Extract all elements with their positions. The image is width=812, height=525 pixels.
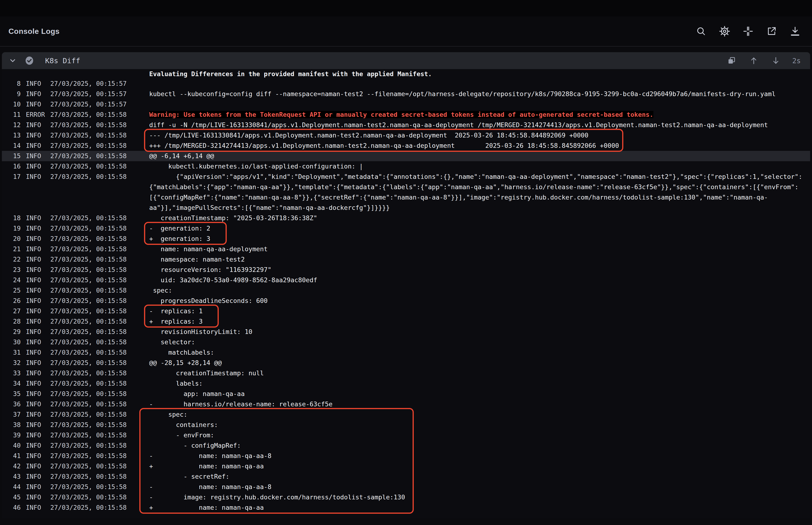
log-row: 21INFO27/03/2025, 00:15:58 name: naman-q…	[2, 244, 810, 254]
log-line-number: 16	[2, 161, 21, 171]
log-output[interactable]: Evaluating Differences in the provided m…	[2, 69, 810, 519]
log-message: name: naman-qa-aa-deployment	[149, 244, 810, 254]
log-timestamp: 27/03/2025, 00:15:58	[50, 420, 149, 430]
settings-gear-icon[interactable]	[719, 26, 730, 37]
log-message: app: naman-qa-aa	[149, 389, 810, 399]
log-timestamp: 27/03/2025, 00:15:58	[50, 378, 149, 389]
log-timestamp: 27/03/2025, 00:15:58	[50, 389, 149, 399]
log-level: INFO	[26, 234, 50, 244]
log-line-number: 45	[2, 492, 21, 502]
log-line-number: 24	[2, 275, 21, 285]
log-level	[26, 182, 50, 192]
log-line-number: 28	[2, 316, 21, 327]
log-line-number: 18	[2, 213, 21, 223]
log-message: containers:	[149, 420, 810, 430]
log-timestamp: 27/03/2025, 00:15:58	[50, 130, 149, 140]
log-timestamp: 27/03/2025, 00:15:58	[50, 502, 149, 513]
log-timestamp: 27/03/2025, 00:15:58	[50, 347, 149, 358]
log-timestamp: 27/03/2025, 00:15:58	[50, 409, 149, 420]
log-message: revisionHistoryLimit: 10	[149, 327, 810, 337]
log-line-number: 22	[2, 254, 21, 265]
log-line-number: 14	[2, 140, 21, 151]
log-line-number: 34	[2, 378, 21, 389]
log-row: 39INFO27/03/2025, 00:15:58 - envFrom:	[2, 430, 810, 440]
chevron-down-icon[interactable]	[8, 56, 17, 65]
log-timestamp: 27/03/2025, 00:15:58	[50, 306, 149, 316]
log-timestamp	[50, 182, 149, 192]
log-timestamp: 27/03/2025, 00:15:58	[50, 120, 149, 130]
log-timestamp: 27/03/2025, 00:15:58	[50, 109, 149, 120]
log-message: + name: naman-qa-aa	[149, 502, 810, 513]
log-line-number: 21	[2, 244, 21, 254]
log-row: 10INFO27/03/2025, 00:15:57	[2, 99, 810, 109]
log-level: INFO	[26, 275, 50, 285]
log-line-number: 46	[2, 502, 21, 513]
log-message: @@ -28,15 +28,14 @@	[149, 358, 810, 368]
log-line-number: 38	[2, 420, 21, 430]
log-message: kubectl --kubeconfig=config diff --names…	[149, 89, 810, 99]
search-icon[interactable]	[695, 26, 707, 37]
log-timestamp: 27/03/2025, 00:15:58	[50, 254, 149, 265]
log-level: INFO	[26, 440, 50, 451]
log-row: Evaluating Differences in the provided m…	[2, 71, 810, 78]
log-timestamp: 27/03/2025, 00:15:58	[50, 171, 149, 182]
log-level: INFO	[26, 378, 50, 389]
log-line-number: 37	[2, 409, 21, 420]
log-line-number: 40	[2, 440, 21, 451]
log-line-number: 41	[2, 451, 21, 461]
log-row: 23INFO27/03/2025, 00:15:58 resourceVersi…	[2, 265, 810, 275]
log-message: matchLabels:	[149, 347, 810, 358]
window-top-strip	[0, 0, 812, 16]
step-header[interactable]: K8s Diff 2s	[2, 52, 810, 69]
download-icon[interactable]	[790, 26, 801, 37]
console-header: Console Logs	[0, 16, 812, 46]
log-line-number: 23	[2, 265, 21, 275]
log-row: 27INFO27/03/2025, 00:15:58- replicas: 1	[2, 306, 810, 316]
log-row: 17INFO27/03/2025, 00:15:58 {"apiVersion"…	[2, 171, 810, 182]
log-row: 13INFO27/03/2025, 00:15:58--- /tmp/LIVE-…	[2, 130, 810, 140]
log-level: INFO	[26, 244, 50, 254]
log-row: 16INFO27/03/2025, 00:15:58 kubectl.kuber…	[2, 161, 810, 171]
log-message: [{"configMapRef":{"name":"naman-qa-aa-8"…	[149, 192, 810, 202]
log-line-number: 33	[2, 368, 21, 378]
log-row: 38INFO27/03/2025, 00:15:58 containers:	[2, 420, 810, 430]
log-level: INFO	[26, 99, 50, 109]
log-line-number: 29	[2, 327, 21, 337]
log-timestamp: 27/03/2025, 00:15:58	[50, 244, 149, 254]
log-timestamp: 27/03/2025, 00:15:58	[50, 296, 149, 306]
log-line-number: 35	[2, 389, 21, 399]
page-title: Console Logs	[9, 27, 60, 36]
copy-icon[interactable]	[726, 55, 737, 66]
log-line-number	[2, 182, 21, 192]
log-level: INFO	[26, 461, 50, 471]
log-message	[149, 99, 810, 109]
log-level: INFO	[26, 78, 50, 89]
log-level: ERROR	[26, 109, 50, 120]
log-line-number: 31	[2, 347, 21, 358]
log-message: kubectl.kubernetes.io/last-applied-confi…	[149, 161, 810, 171]
log-timestamp: 27/03/2025, 00:15:58	[50, 430, 149, 440]
log-timestamp: 27/03/2025, 00:15:57	[50, 99, 149, 109]
log-message: uid: 3a20dc70-53a0-4989-8562-8aa29ac80ed…	[149, 275, 810, 285]
collapse-panel-icon[interactable]	[742, 26, 754, 37]
scroll-down-icon[interactable]	[770, 55, 781, 66]
log-row: 43INFO27/03/2025, 00:15:58 - secretRef:	[2, 471, 810, 482]
log-level: INFO	[26, 89, 50, 99]
log-line-number: 12	[2, 120, 21, 130]
log-message: + replicas: 3	[149, 316, 810, 327]
open-in-new-icon[interactable]	[766, 26, 777, 37]
log-message: resourceVersion: "1163932297"	[149, 265, 810, 275]
log-timestamp	[50, 71, 149, 78]
log-line-number: 10	[2, 99, 21, 109]
log-row: 32INFO27/03/2025, 00:15:58@@ -28,15 +28,…	[2, 358, 810, 368]
log-row: 30INFO27/03/2025, 00:15:58 selector:	[2, 337, 810, 347]
log-row: 44INFO27/03/2025, 00:15:58- name: naman-…	[2, 482, 810, 492]
log-message	[149, 78, 810, 89]
log-timestamp: 27/03/2025, 00:15:58	[50, 265, 149, 275]
log-row: 9INFO27/03/2025, 00:15:57kubectl --kubec…	[2, 89, 810, 99]
console-header-actions	[695, 26, 801, 37]
log-row: 41INFO27/03/2025, 00:15:58- name: naman-…	[2, 451, 810, 461]
log-level: INFO	[26, 130, 50, 140]
scroll-up-icon[interactable]	[748, 55, 760, 66]
log-row: aa"}],"imagePullSecrets":[{"name":"naman…	[2, 202, 810, 213]
